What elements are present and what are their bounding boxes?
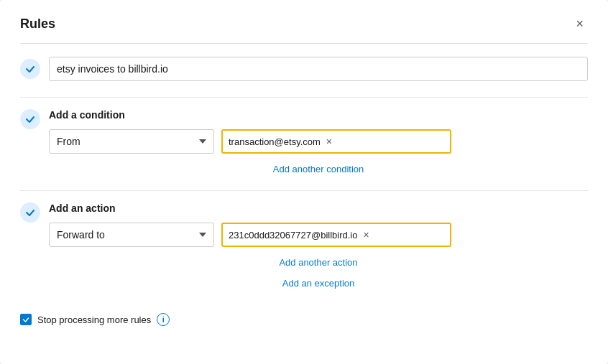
action-tag-remove-button[interactable]: × — [361, 230, 370, 240]
action-section: Add an action Forward to Move to Copy to… — [20, 202, 588, 293]
condition-tag-value: transaction@etsy.com — [229, 136, 321, 147]
condition-content: Add a condition From To Subject Has atta… — [49, 109, 588, 179]
condition-add-links: Add another condition — [49, 159, 588, 179]
action-tag-input[interactable]: 231c0ddd32067727@billbird.io × — [221, 223, 451, 247]
action-title: Add an action — [49, 202, 588, 214]
action-tag: 231c0ddd32067727@billbird.io × — [229, 230, 371, 241]
condition-type-dropdown[interactable]: From To Subject Has attachment — [49, 129, 214, 154]
modal-title: Rules — [20, 17, 55, 32]
action-type-dropdown[interactable]: Forward to Move to Copy to Delete Mark a… — [49, 223, 214, 247]
action-add-links: Add another action Add an exception — [49, 253, 588, 293]
rules-modal: Rules × Add a condition From To Subject — [0, 0, 608, 364]
divider-1 — [20, 97, 588, 98]
rule-name-input[interactable] — [49, 57, 588, 81]
condition-tag-remove-button[interactable]: × — [325, 136, 333, 146]
stop-processing-checkbox[interactable] — [20, 314, 32, 325]
condition-check-icon — [20, 109, 40, 129]
modal-header: Rules × — [20, 14, 588, 44]
footer-row: Stop processing more rules i — [20, 313, 588, 326]
add-another-condition-button[interactable]: Add another condition — [49, 159, 588, 179]
add-exception-button[interactable]: Add an exception — [49, 274, 588, 293]
add-another-action-button[interactable]: Add another action — [49, 253, 588, 272]
close-button[interactable]: × — [571, 14, 588, 33]
rule-name-row — [20, 57, 588, 81]
condition-section: Add a condition From To Subject Has atta… — [20, 109, 588, 179]
rule-name-check-icon — [20, 59, 40, 79]
condition-tag-input[interactable]: transaction@etsy.com × — [221, 129, 451, 154]
condition-title: Add a condition — [49, 109, 588, 121]
action-tag-value: 231c0ddd32067727@billbird.io — [229, 230, 357, 241]
condition-row: From To Subject Has attachment transacti… — [49, 129, 588, 154]
action-content: Add an action Forward to Move to Copy to… — [49, 202, 588, 293]
action-row: Forward to Move to Copy to Delete Mark a… — [49, 223, 588, 247]
info-icon[interactable]: i — [157, 313, 170, 326]
condition-tag: transaction@etsy.com × — [229, 136, 333, 147]
divider-2 — [20, 190, 588, 191]
stop-processing-label: Stop processing more rules — [37, 314, 151, 325]
action-check-icon — [20, 202, 40, 223]
